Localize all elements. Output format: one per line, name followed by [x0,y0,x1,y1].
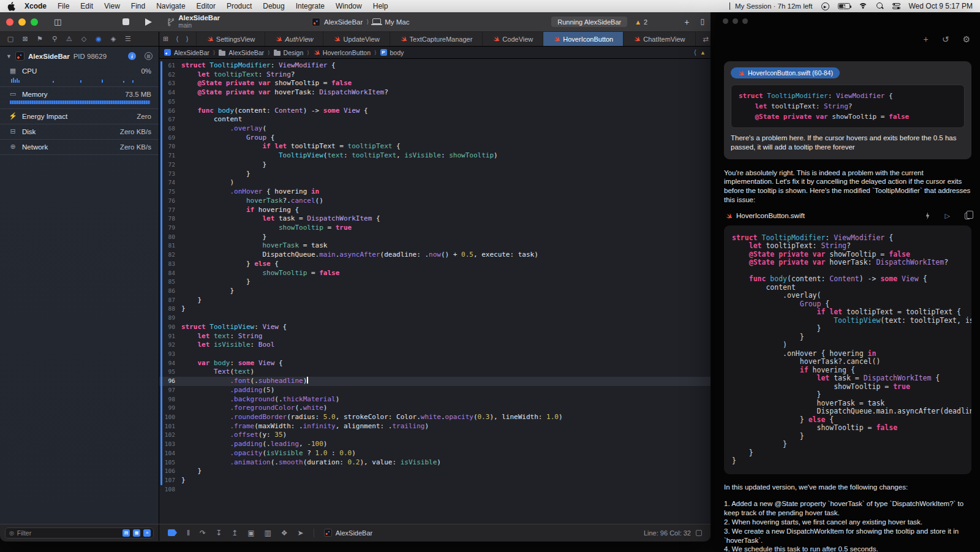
line-number[interactable]: 69 [159,134,181,143]
history-icon[interactable]: ↺ [942,34,949,44]
line-number[interactable]: 68 [159,124,181,134]
editor-mode-icon[interactable] [696,530,702,536]
line-number[interactable]: 63 [159,79,181,88]
stack-filter-icon-3[interactable]: ≡ [143,529,151,537]
line-number[interactable]: 61 [159,61,181,70]
minimize-window-button[interactable] [18,18,26,26]
line-number[interactable]: 77 [159,206,181,215]
breadcrumb-item-design[interactable]: Design [274,49,304,56]
line-number[interactable]: 101 [159,422,181,431]
battery-icon[interactable] [838,3,850,9]
line-number[interactable]: 64 [159,88,181,97]
line-number[interactable]: 104 [159,449,181,458]
line-number[interactable]: 75 [159,187,181,197]
breadcrumb-item-body[interactable]: Pbody [380,49,404,56]
menu-item-debug[interactable]: Debug [263,2,284,10]
debug-process[interactable]: AlexSideBar [324,529,373,537]
line-number[interactable]: 88 [159,304,181,314]
filter-input[interactable]: ◎ Filter ▤ ▦ ≡ [5,527,154,539]
scheme-selector[interactable]: AlexSideBar ⟩ My Mac [312,18,409,26]
energy-gauge[interactable]: ⚡Energy ImpactZero [0,109,159,124]
source-control-navigator-icon[interactable]: ⊠ [21,35,29,43]
line-number[interactable]: 84 [159,269,181,278]
menu-item-edit[interactable]: Edit [80,2,93,10]
breakpoint-navigator-icon[interactable]: ◈ [109,35,118,43]
toggle-navigator-icon[interactable]: ◫ [54,17,61,26]
line-number[interactable]: 100 [159,413,181,422]
line-number[interactable]: 107 [159,476,181,485]
line-number[interactable]: 106 [159,467,181,476]
breadcrumb-item-alexsidebar[interactable]: AlexSideBar [219,49,264,56]
menu-item-find[interactable]: Find [131,2,145,10]
info-icon[interactable]: i [128,52,136,60]
line-number[interactable]: 70 [159,142,181,151]
line-number[interactable]: 97 [159,386,181,395]
cpu-gauge[interactable]: ▦CPU0% [0,64,159,87]
disk-gauge[interactable]: ⊟DiskZero KB/s [0,124,159,140]
breakpoints-toggle-icon[interactable] [168,529,177,536]
tab-codeview[interactable]: CodeView [483,32,543,46]
line-number[interactable]: 90 [159,323,181,332]
line-number[interactable]: 76 [159,197,181,206]
add-editor-icon[interactable]: + [684,17,689,27]
line-number[interactable]: 98 [159,395,181,404]
assistant-code-block[interactable]: struct TooltipModifier: ViewModifier { l… [724,225,971,474]
tab-textcapturemanager[interactable]: TextCaptureManager [390,32,483,46]
line-number[interactable]: 103 [159,440,181,449]
stack-filter-icon-2[interactable]: ▦ [133,529,140,537]
related-items-icon[interactable]: ⇄ [703,35,709,43]
scheme-name[interactable]: AlexSideBar [324,18,363,26]
breadcrumb-item-alexsidebar[interactable]: AlexSideBar [164,49,209,56]
apple-menu-icon[interactable] [7,2,15,10]
menu-item-navigate[interactable]: Navigate [156,2,185,10]
line-number[interactable]: 79 [159,224,181,233]
test-navigator-icon[interactable]: ◇ [80,35,88,43]
bookmark-navigator-icon[interactable]: ⚑ [36,35,44,43]
line-number[interactable]: 87 [159,296,181,305]
spotlight-search-icon[interactable] [876,2,884,10]
line-number[interactable]: 72 [159,161,181,170]
tab-updateview[interactable]: UpdateView [323,32,390,46]
window-controls-inactive[interactable] [723,18,748,24]
issue-navigator-icon[interactable]: ⚠ [65,35,74,43]
line-number[interactable]: 83 [159,260,181,269]
debug-navigator-icon[interactable]: ◉ [94,35,103,43]
line-number[interactable]: 105 [159,458,181,467]
breadcrumb-item-hovericonbutton[interactable]: HoverIconButton [313,49,371,56]
warning-badge[interactable]: ▲ 2 [635,18,647,26]
line-number[interactable]: 81 [159,241,181,251]
menu-item-integrate[interactable]: Integrate [296,2,325,10]
context-badge[interactable]: HoverIconButton.swift (60-84) [731,67,840,78]
line-number[interactable]: 65 [159,97,181,107]
line-number[interactable]: 73 [159,170,181,179]
issue-warning-icon[interactable]: ▲ [700,50,706,56]
source-editor[interactable]: 61struct TooltipModifier: ViewModifier {… [159,59,710,524]
line-number[interactable]: 71 [159,151,181,161]
tab-settingsview[interactable]: SettingsView [197,32,265,46]
settings-gear-icon[interactable]: ⚙ [962,34,970,44]
zoom-window-button[interactable] [31,18,38,26]
line-number[interactable]: 62 [159,70,181,80]
memory-gauge[interactable]: ▭Memory73.5 MB [0,87,159,109]
new-chat-icon[interactable]: + [924,34,929,44]
line-number[interactable]: 94 [159,359,181,368]
menu-clock[interactable]: Wed Oct 9 5:17 PM [909,2,973,10]
close-window-button[interactable] [6,18,13,26]
gauge-toggle-icon[interactable] [145,52,153,60]
menu-item-file[interactable]: File [58,2,69,10]
tab-overview-icon[interactable]: ⊞ [159,35,172,43]
line-number[interactable]: 89 [159,314,181,323]
step-over-icon[interactable]: ↷ [200,529,206,537]
tab-chatitemview[interactable]: ChatItemView [624,32,695,46]
menu-item-product[interactable]: Product [227,2,252,10]
run-code-icon[interactable]: ▷ [945,212,950,220]
menu-item-xcode[interactable]: Xcode [24,2,47,10]
wifi-icon[interactable] [859,3,868,10]
tab-hovericonbutton[interactable]: HoverIconButton [543,32,624,46]
line-number[interactable]: 92 [159,341,181,350]
menu-item-view[interactable]: View [104,2,120,10]
line-number[interactable]: 102 [159,431,181,440]
stop-button[interactable] [123,18,129,25]
environment-overrides-icon[interactable]: ❖ [281,529,288,537]
line-number[interactable]: 86 [159,287,181,296]
